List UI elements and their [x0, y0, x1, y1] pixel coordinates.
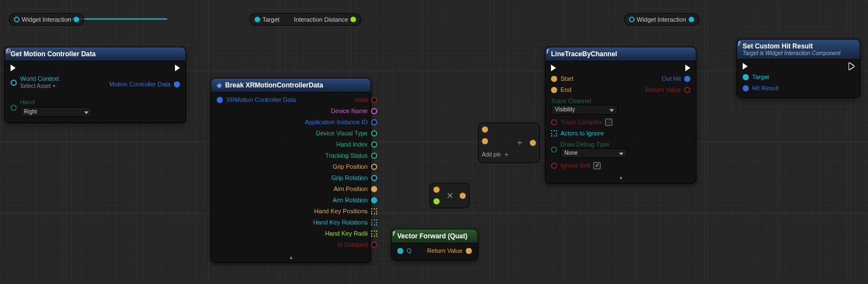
svg-text:f: f: [6, 48, 9, 55]
node-header[interactable]: f Set Custom Hit Result Target is Widget…: [737, 40, 860, 60]
add-pin-button[interactable]: Add pin＋: [482, 150, 510, 159]
asset-picker[interactable]: Select Asset▾: [20, 82, 59, 90]
pin-out[interactable]: [350, 17, 356, 22]
pin-ignore-self[interactable]: Ignore Self: [551, 161, 601, 169]
draw-debug-dropdown[interactable]: None: [560, 148, 627, 158]
exec-in[interactable]: [743, 63, 748, 70]
pin-device-name[interactable]: Device Name: [331, 107, 377, 115]
pin-hand-key-rotations[interactable]: Hand Key Rotations: [313, 218, 377, 226]
reroute-widget-interaction-2[interactable]: Widget Interaction: [624, 13, 699, 26]
pin-in[interactable]: [629, 17, 635, 22]
pin-actors-to-ignore[interactable]: Actors to Ignore: [551, 129, 604, 137]
reroute-label: Widget Interaction: [22, 16, 71, 23]
pin-b[interactable]: [433, 198, 440, 204]
node-linetracebychannel[interactable]: f LineTraceByChannel Start End Trace Cha…: [545, 47, 696, 184]
exec-out[interactable]: [849, 63, 854, 70]
pin-hit-result[interactable]: Hit Result: [743, 84, 779, 92]
pin-a[interactable]: [433, 187, 440, 193]
expand-toggle[interactable]: ▾: [545, 175, 696, 183]
svg-text:f: f: [738, 40, 741, 47]
trace-channel-dropdown[interactable]: Visibility: [551, 105, 618, 115]
struct-icon: ◈: [217, 81, 222, 89]
pin-application-instance-id[interactable]: Application Instance ID: [305, 118, 377, 126]
pin-out[interactable]: [74, 17, 79, 22]
pin-in[interactable]: [14, 17, 19, 22]
pin-hand-key-radii[interactable]: Hand Key Radii: [325, 229, 377, 237]
pin-trace-complex[interactable]: Trace Complex: [551, 118, 612, 126]
pin-out[interactable]: [689, 17, 694, 22]
pin-b[interactable]: [482, 138, 488, 144]
pin-device-visual-type[interactable]: Device Visual Type: [316, 129, 377, 137]
node-subtitle: Target is Widget Interaction Component: [743, 50, 841, 56]
svg-text:f: f: [393, 230, 396, 237]
exec-in[interactable]: [551, 65, 556, 71]
pin-a[interactable]: [482, 126, 488, 133]
pin-return-value[interactable]: Return Value: [646, 86, 690, 94]
node-title: Get Motion Controller Data: [11, 50, 96, 58]
node-get-motion-controller-data[interactable]: f Get Motion Controller Data World Conte…: [4, 47, 186, 123]
pin-hand-key-positions[interactable]: Hand Key Positions: [314, 207, 377, 215]
node-title: Break XRMotionControllerData: [225, 81, 323, 89]
exec-out[interactable]: [685, 65, 690, 71]
pin-q[interactable]: Q: [397, 247, 412, 254]
pin-hand[interactable]: Hand Right: [11, 98, 92, 117]
pin-xrmotion-controller-data[interactable]: XRMotion Controller Data: [217, 96, 296, 104]
pin-tracking-status[interactable]: Tracking Status: [325, 151, 377, 159]
pin-in[interactable]: [255, 17, 260, 22]
pin-aim-rotation[interactable]: Aim Rotation: [333, 196, 377, 204]
node-header[interactable]: ◈ Break XRMotionControllerData: [211, 79, 370, 92]
add-icon: ＋: [514, 137, 525, 149]
node-header[interactable]: f LineTraceByChannel: [545, 47, 696, 61]
pin-world-context[interactable]: World Context Select Asset▾: [11, 75, 59, 90]
expand-toggle[interactable]: ▴: [211, 254, 370, 262]
pin-grip-rotation[interactable]: Grip Rotation: [331, 174, 377, 182]
node-title: Set Custom Hit Result: [743, 42, 813, 50]
trace-complex-checkbox[interactable]: [605, 119, 612, 126]
pin-end[interactable]: End: [551, 86, 572, 94]
pin-draw-debug-type[interactable]: Draw Debug Type None: [551, 140, 627, 158]
node-title: Vector Forward (Quat): [397, 232, 467, 240]
pin-out[interactable]: [460, 193, 466, 199]
ignore-self-checkbox[interactable]: [593, 162, 601, 169]
exec-out[interactable]: [175, 65, 180, 71]
node-vector-forward-quat[interactable]: f Vector Forward (Quat) Q Return Value: [391, 229, 478, 261]
pin-out[interactable]: [530, 140, 536, 146]
pin-trace-channel[interactable]: Trace Channel Visibility: [551, 97, 618, 115]
pin-motion-controller-data[interactable]: Motion Controller Data: [109, 80, 180, 88]
pin-aim-position[interactable]: Aim Position: [334, 185, 377, 193]
node-break-xrmotioncontrollerdata[interactable]: ◈ Break XRMotionControllerData XRMotion …: [211, 78, 371, 263]
interaction-distance-label: Interaction Distance: [294, 16, 348, 23]
node-multiply[interactable]: ✕: [430, 183, 470, 208]
node-header[interactable]: f Vector Forward (Quat): [392, 229, 477, 243]
pin-target[interactable]: Target: [743, 73, 769, 81]
pin-return-value[interactable]: Return Value: [427, 247, 472, 254]
pin-is-grasped[interactable]: Is Grasped: [338, 241, 377, 248]
node-header[interactable]: f Get Motion Controller Data: [5, 47, 186, 61]
pin-grip-position[interactable]: Grip Position: [333, 163, 377, 170]
exec-in[interactable]: [11, 65, 16, 71]
pin-valid[interactable]: Valid: [354, 96, 377, 104]
reroute-widget-interaction-1[interactable]: Widget Interaction: [9, 13, 84, 26]
hand-dropdown[interactable]: Right: [20, 107, 92, 117]
reroute-label: Widget Interaction: [637, 16, 686, 23]
pin-out-hit[interactable]: Out Hit: [662, 75, 690, 82]
svg-text:f: f: [547, 48, 549, 55]
pin-start[interactable]: Start: [551, 75, 573, 82]
node-title: LineTraceByChannel: [551, 50, 617, 58]
multiply-icon: ✕: [444, 190, 455, 201]
pin-hand-index[interactable]: Hand Index: [337, 140, 377, 148]
reroute-target-interaction-distance[interactable]: Target Interaction Distance: [250, 13, 361, 26]
target-label: Target: [262, 16, 280, 23]
node-set-custom-hit-result[interactable]: f Set Custom Hit Result Target is Widget…: [737, 39, 860, 98]
node-add[interactable]: Add pin＋ ＋: [478, 123, 540, 163]
